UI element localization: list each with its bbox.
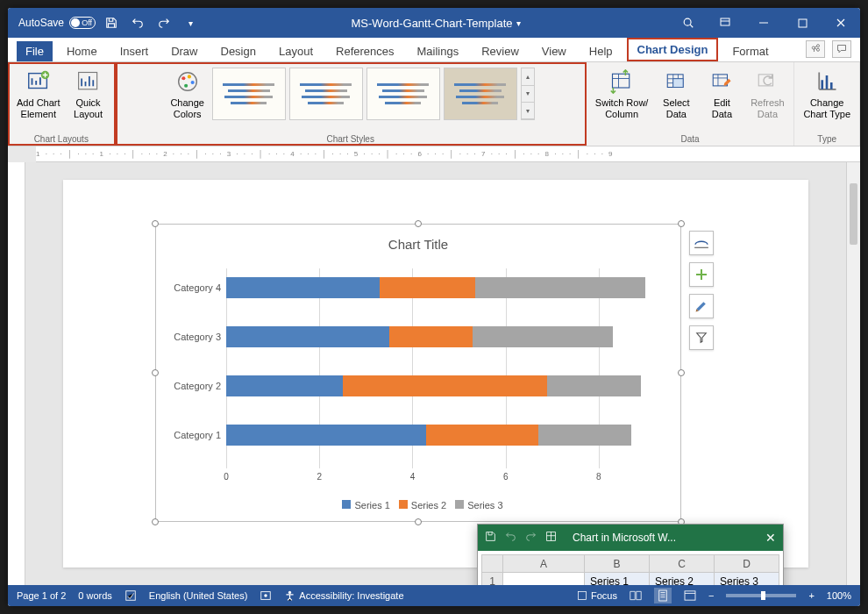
macro-icon[interactable]	[260, 589, 272, 602]
tab-view[interactable]: View	[533, 41, 575, 61]
print-layout-icon[interactable]	[654, 588, 672, 603]
close-icon[interactable]	[822, 8, 860, 38]
chart-title[interactable]: Chart Title	[156, 237, 680, 252]
vertical-scrollbar[interactable]	[846, 162, 860, 585]
group-label-type: Type	[817, 134, 836, 144]
chart-style-4[interactable]	[444, 68, 517, 120]
add-chart-element-button[interactable]: Add Chart Element	[13, 66, 64, 122]
group-data: Switch Row/ Column Select Data Edit Data…	[587, 62, 795, 146]
minimize-icon[interactable]	[744, 8, 783, 38]
tab-insert[interactable]: Insert	[111, 41, 158, 61]
datasheet-title: Chart in Microsoft W...	[566, 532, 757, 544]
chart-legend[interactable]: Series 1Series 2Series 3	[156, 500, 680, 510]
datasheet-undo-icon[interactable]	[505, 531, 516, 545]
spell-check-icon[interactable]	[125, 589, 137, 602]
tab-home[interactable]: Home	[58, 41, 106, 61]
app-window: AutoSave Off ▾ MS-Word-Gantt-Chart-Templ…	[8, 8, 860, 606]
undo-icon[interactable]	[127, 12, 148, 33]
svg-rect-14	[613, 74, 630, 88]
group-label-chart-styles: Chart Styles	[326, 134, 374, 144]
autosave-toggle[interactable]: AutoSave Off	[18, 17, 96, 29]
svg-point-3	[817, 45, 820, 47]
ribbon-tabs: File Home Insert Draw Design Layout Refe…	[8, 38, 860, 62]
refresh-data-button[interactable]: Refresh Data	[746, 66, 788, 122]
datasheet-save-icon[interactable]	[485, 531, 496, 545]
tab-design[interactable]: Design	[212, 41, 265, 61]
datasheet-grid[interactable]: ABCD1Series 1Series 2Series 32Category 1…	[478, 551, 783, 585]
maximize-icon[interactable]	[783, 8, 822, 38]
share-icon[interactable]	[806, 40, 825, 58]
chart-styles-gallery[interactable]: ▴▾▾	[212, 68, 535, 120]
titlebar: AutoSave Off ▾ MS-Word-Gantt-Chart-Templ…	[8, 8, 860, 38]
zoom-slider[interactable]	[726, 594, 796, 597]
zoom-level[interactable]: 100%	[827, 590, 851, 601]
page-indicator[interactable]: Page 1 of 2	[17, 590, 66, 601]
x-axis: 02468	[226, 472, 645, 486]
change-colors-icon	[174, 68, 202, 96]
zoom-out-button[interactable]: −	[708, 590, 714, 601]
datasheet-close-icon[interactable]: ✕	[765, 531, 776, 545]
chart-filters-icon[interactable]	[689, 325, 714, 350]
svg-rect-16	[673, 79, 683, 88]
zoom-in-button[interactable]: +	[808, 590, 814, 601]
chart-object[interactable]: Chart Title Category 4Category 3Category…	[155, 224, 681, 522]
change-chart-type-button[interactable]: Change Chart Type	[800, 66, 854, 122]
comments-icon[interactable]	[832, 40, 851, 58]
svg-point-11	[188, 75, 191, 78]
tab-format[interactable]: Format	[723, 41, 777, 61]
focus-mode-button[interactable]: Focus	[577, 590, 617, 601]
chart-style-1[interactable]	[212, 68, 286, 120]
tab-references[interactable]: References	[327, 41, 402, 61]
group-label-data: Data	[681, 134, 700, 144]
tab-chart-design[interactable]: Chart Design	[627, 38, 719, 61]
group-label-chart-layouts: Chart Layouts	[34, 134, 89, 144]
redo-icon[interactable]	[153, 12, 174, 33]
switch-row-column-button[interactable]: Switch Row/ Column	[592, 66, 652, 122]
datasheet-redo-icon[interactable]	[525, 531, 537, 545]
datasheet-grid-icon[interactable]	[545, 531, 557, 545]
word-count[interactable]: 0 words	[78, 590, 112, 601]
gallery-scroll[interactable]: ▴▾▾	[521, 68, 535, 120]
tab-layout[interactable]: Layout	[270, 41, 322, 61]
select-data-button[interactable]: Select Data	[655, 66, 697, 122]
svg-point-12	[190, 81, 194, 84]
svg-rect-1	[721, 18, 729, 25]
web-layout-icon[interactable]	[684, 590, 696, 601]
edit-data-icon	[708, 68, 736, 96]
ribbon-display-icon[interactable]	[706, 8, 744, 38]
chart-style-3[interactable]	[366, 68, 440, 120]
tab-draw[interactable]: Draw	[162, 41, 206, 61]
accessibility-indicator[interactable]: Accessibility: Investigate	[284, 590, 403, 602]
ruler-vertical	[8, 162, 25, 585]
search-icon[interactable]	[671, 12, 706, 33]
svg-point-5	[812, 46, 815, 49]
chart-elements-icon[interactable]	[689, 262, 714, 287]
layout-options-icon[interactable]	[689, 231, 714, 255]
page: Chart Title Category 4Category 3Category…	[63, 180, 808, 568]
quick-layout-button[interactable]: Quick Layout	[68, 66, 110, 122]
edit-data-button[interactable]: Edit Data	[701, 66, 743, 122]
tab-help[interactable]: Help	[580, 41, 622, 61]
chart-data-sheet[interactable]: Chart in Microsoft W... ✕ ABCD1Series 1S…	[477, 524, 784, 585]
tab-mailings[interactable]: Mailings	[409, 41, 468, 61]
select-data-icon	[662, 68, 690, 96]
svg-rect-24	[579, 592, 587, 600]
chart-style-2[interactable]	[289, 68, 363, 120]
read-mode-icon[interactable]	[630, 590, 642, 601]
change-chart-type-icon	[813, 68, 841, 96]
svg-point-10	[181, 76, 185, 80]
document-area: Chart Title Category 4Category 3Category…	[8, 162, 860, 585]
save-icon[interactable]	[101, 12, 122, 33]
change-colors-button[interactable]: Change Colors	[167, 66, 209, 122]
chart-styles-icon[interactable]	[689, 294, 714, 318]
statusbar: Page 1 of 2 0 words English (United Stat…	[8, 585, 860, 606]
language-indicator[interactable]: English (United States)	[149, 590, 248, 601]
tab-review[interactable]: Review	[473, 41, 528, 61]
qat-dropdown-icon[interactable]: ▾	[180, 12, 201, 33]
svg-point-13	[184, 84, 188, 88]
ribbon: Add Chart Element Quick Layout Chart Lay…	[8, 62, 860, 146]
chart-plot-area[interactable]: Category 4Category 3Category 2Category 1	[226, 268, 645, 468]
tab-file[interactable]: File	[17, 41, 53, 61]
group-chart-styles: Change Colors ▴▾▾ Chart Styles	[116, 62, 587, 146]
datasheet-titlebar: Chart in Microsoft W... ✕	[478, 525, 783, 551]
